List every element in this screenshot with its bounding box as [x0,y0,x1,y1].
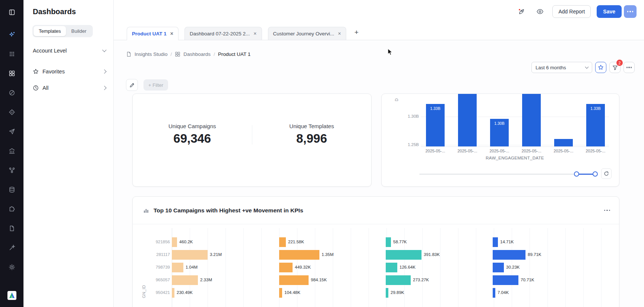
database-icon[interactable] [7,185,17,194]
puzzle-icon[interactable] [7,204,17,214]
kpi-card: Unique Campaigns 69,346 Unique Templates… [132,94,372,187]
send-icon[interactable] [7,127,17,136]
workflow-icon[interactable] [7,165,17,175]
gear-icon[interactable] [7,262,17,272]
tab-close-icon[interactable]: × [170,31,173,36]
campaign-bar[interactable] [172,275,198,285]
brand-logo[interactable] [7,291,17,300]
campaign-bar[interactable] [279,275,309,285]
account-level-label: Account Level [33,48,67,54]
tab-product-uat-1[interactable]: Product UAT 1 × [127,27,179,40]
add-filter-button[interactable]: + Filter [143,79,168,91]
favorite-star-button[interactable] [595,62,606,73]
y-tick-label: 1.25B [401,142,419,147]
bar-value-label: 14.71K [500,240,514,244]
card-more-button[interactable] [604,210,610,211]
templates-builder-toggle: Templates Builder [32,25,93,37]
campaign-bar[interactable] [493,250,525,260]
gridline [565,228,566,307]
gridline [440,228,441,307]
sidebar-toggle-icon[interactable] [7,7,17,17]
campaign-bar[interactable] [493,288,495,298]
bank-icon[interactable] [7,146,17,156]
zoom-slider-track[interactable] [419,174,597,175]
refresh-icon [604,171,609,176]
bar-value-label: 273.27K [413,278,429,282]
dashboard-grid-icon[interactable] [7,69,17,78]
campaign-bar[interactable] [279,250,319,260]
engagement-bar[interactable] [522,94,541,146]
sidebar-item-account-level[interactable]: Account Level [23,42,113,59]
campaign-bar[interactable] [279,288,282,298]
gridline [333,228,333,307]
engagement-bar[interactable] [554,139,573,146]
more-options-button[interactable] [624,5,637,18]
campaign-bar[interactable] [172,237,177,247]
more-filters-button[interactable] [624,62,635,73]
target-icon[interactable] [7,107,17,117]
campaign-bar[interactable] [172,288,174,298]
gridline [421,145,609,145]
funnel-icon [612,65,618,70]
tab-dashboard-07-22-2025[interactable]: Dashboard 07-22-2025 2... × [184,27,262,40]
campaign-bar[interactable] [279,263,293,272]
top10-plot: GN_ID 921856281117798739965057950421460.… [133,224,619,307]
breadcrumb-insights-studio[interactable]: Insights Studio [135,51,168,57]
apps-dots-icon[interactable] [7,49,17,59]
campaign-bar[interactable] [172,250,208,260]
toggle-option-builder[interactable]: Builder [66,26,91,36]
slider-handle-right[interactable] [593,171,598,177]
sidebar-item-favorites[interactable]: Favorites [23,63,113,80]
gridline [458,228,458,307]
campaign-bar[interactable] [386,237,391,247]
chart-title: Top 10 Campaigns with Highest +ve Moveme… [154,207,303,214]
breadcrumb-separator: / [171,51,172,57]
gridline [261,228,262,307]
filter-count-badge: 2 [616,60,623,66]
campaign-bar[interactable] [493,275,518,285]
kpi-value: 69,346 [133,132,252,146]
date-range-select[interactable]: Last 6 months [531,62,592,73]
engagement-bar[interactable] [458,94,477,146]
campaign-bar[interactable] [386,275,411,285]
copilot-icon[interactable] [515,5,528,18]
kpi-unique-templates: Unique Templates 8,996 [252,94,372,186]
magic-wand-icon[interactable] [7,243,17,253]
tab-customer-journey-overview[interactable]: Customer Journey Overvi... × [268,27,347,40]
campaign-bar[interactable] [386,288,388,298]
star-icon [598,64,604,70]
tab-close-icon[interactable]: × [253,31,256,36]
campaign-bar[interactable] [172,263,183,272]
bar-value-label: 104.48K [284,290,300,295]
tab-close-icon[interactable]: × [338,31,341,36]
engagement-bar[interactable]: 1.33B [586,104,605,146]
add-tab-button[interactable]: + [352,28,361,37]
toggle-option-templates[interactable]: Templates [34,26,66,36]
bar-value-label: 460.2K [179,240,193,244]
sparkles-icon[interactable] [7,30,17,39]
bar-value-label: 29.89K [391,290,404,295]
refresh-button[interactable] [601,168,612,179]
save-button[interactable]: Save [597,5,622,18]
left-panel: Dashboards Templates Builder Account Lev… [23,0,114,307]
y-axis-label-fragment: GN_ID [142,285,146,298]
gridline [583,228,584,307]
campaign-bar[interactable] [386,263,397,272]
engagement-bar[interactable]: 1.30B [490,119,509,146]
preview-eye-icon[interactable] [534,5,546,18]
edit-button[interactable] [126,79,138,91]
campaign-bar[interactable] [493,237,498,247]
filter-button[interactable]: 2 [609,62,621,73]
add-report-button[interactable]: Add Report [552,5,591,18]
sidebar-item-all[interactable]: All [23,80,113,96]
document-icon[interactable] [7,224,17,233]
campaign-bar[interactable] [493,263,504,272]
breadcrumb-dashboards[interactable]: Dashboards [183,51,211,57]
campaign-bar[interactable] [279,237,286,247]
slider-handle-left[interactable] [574,171,579,177]
compass-icon[interactable] [7,88,17,98]
engagement-bar[interactable]: 1.33B [426,104,445,146]
all-label: All [42,85,48,91]
campaign-bar[interactable] [386,250,422,260]
bar-value-label: 30.23K [506,265,520,269]
